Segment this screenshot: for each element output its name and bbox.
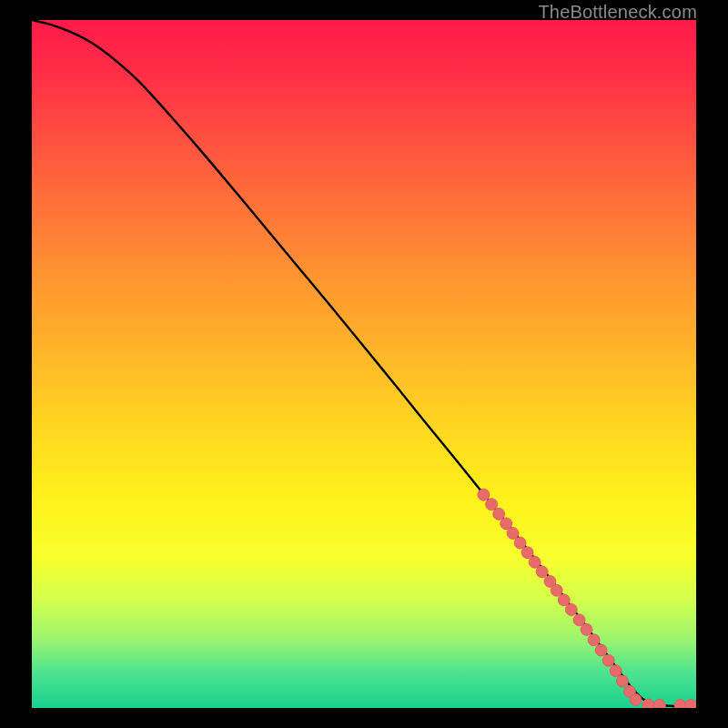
data-marker [581, 623, 592, 635]
watermark-text: TheBottleneck.com [538, 2, 697, 23]
data-marker [642, 699, 654, 708]
data-marker [610, 665, 622, 677]
marker-group [478, 489, 696, 708]
data-marker [616, 675, 628, 687]
data-marker [674, 699, 686, 708]
curve-line [32, 20, 696, 706]
data-marker [551, 584, 562, 596]
data-marker [588, 634, 600, 646]
data-marker [493, 508, 505, 520]
data-marker [573, 614, 585, 626]
data-marker [486, 499, 498, 511]
data-marker [507, 527, 519, 539]
data-marker [565, 603, 577, 615]
data-marker [521, 547, 533, 559]
data-marker [514, 537, 526, 549]
data-marker [558, 594, 570, 606]
data-marker [630, 693, 642, 705]
data-marker [478, 489, 490, 500]
data-marker [602, 654, 614, 666]
data-marker [529, 556, 541, 568]
data-marker [536, 566, 548, 578]
data-marker [595, 644, 607, 656]
data-marker [685, 699, 696, 708]
chart-frame: TheBottleneck.com [0, 0, 728, 728]
plot-area [32, 20, 696, 708]
data-marker [653, 699, 665, 708]
chart-svg [32, 20, 696, 708]
